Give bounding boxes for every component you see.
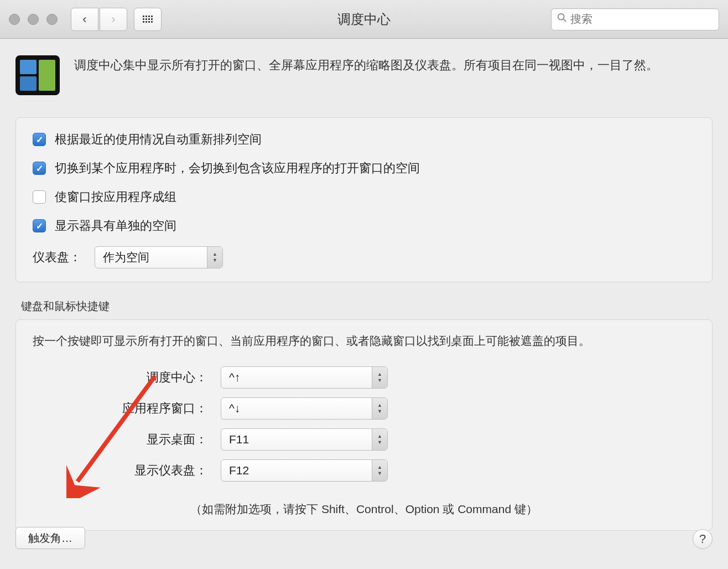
shortcuts-hint: （如需附加选项，请按下 Shift、Control、Option 或 Comma… [33, 501, 695, 517]
hot-corners-button[interactable]: 触发角… [15, 527, 85, 549]
shortcut-select[interactable]: ^↓ ▲▼ [221, 397, 388, 420]
toolbar: ‹ › 调度中心 [0, 0, 728, 39]
shortcut-label: 调度中心： [33, 369, 221, 386]
shortcut-select[interactable]: ^↑ ▲▼ [221, 366, 388, 389]
select-value: F11 [221, 433, 372, 446]
search-icon [557, 13, 567, 25]
mission-control-icon [15, 55, 60, 95]
search-input[interactable] [570, 13, 713, 25]
checkbox-label: 根据最近的使用情况自动重新排列空间 [55, 131, 262, 148]
forward-button[interactable]: › [100, 8, 127, 31]
window-title: 调度中心 [337, 11, 391, 28]
checkbox-icon [33, 190, 46, 204]
content-area: 调度中心集中显示所有打开的窗口、全屏幕应用程序的缩略图及仪表盘。所有项目在同一视… [0, 39, 728, 558]
select-value: ^↑ [221, 371, 372, 384]
checkbox-group-windows[interactable]: 使窗口按应用程序成组 [33, 189, 695, 205]
zoom-window-button[interactable] [46, 14, 58, 25]
checkbox-icon [33, 219, 46, 232]
minimize-window-button[interactable] [28, 14, 39, 25]
description-text: 调度中心集中显示所有打开的窗口、全屏幕应用程序的缩略图及仪表盘。所有项目在同一视… [74, 55, 658, 95]
back-button[interactable]: ‹ [71, 8, 98, 31]
shortcut-select[interactable]: F11 ▲▼ [221, 428, 388, 451]
checkbox-switch-space[interactable]: 切换到某个应用程序时，会切换到包含该应用程序的打开窗口的空间 [33, 160, 695, 177]
checkbox-label: 切换到某个应用程序时，会切换到包含该应用程序的打开窗口的空间 [55, 160, 420, 177]
stepper-icon: ▲▼ [372, 367, 387, 388]
select-value: 作为空间 [95, 250, 207, 265]
checkbox-icon [33, 162, 46, 175]
nav-buttons: ‹ › [71, 8, 127, 31]
svg-line-1 [564, 19, 566, 22]
stepper-icon: ▲▼ [372, 460, 387, 481]
checkbox-label: 使窗口按应用程序成组 [55, 189, 176, 205]
shortcut-show-dashboard: 显示仪表盘： F12 ▲▼ [33, 459, 695, 482]
select-value: ^↓ [221, 402, 372, 415]
shortcut-label: 显示仪表盘： [33, 462, 221, 479]
stepper-icon: ▲▼ [372, 429, 387, 450]
shortcut-label: 显示桌面： [33, 431, 221, 448]
stepper-icon: ▲▼ [372, 398, 387, 419]
shortcut-app-windows: 应用程序窗口： ^↓ ▲▼ [33, 397, 695, 420]
shortcuts-description: 按一个按键即可显示所有打开的窗口、当前应用程序的窗口、或者隐藏窗口以找到桌面上可… [33, 333, 695, 349]
stepper-icon: ▲▼ [207, 247, 222, 268]
svg-point-0 [558, 14, 564, 20]
chevron-left-icon: ‹ [82, 12, 86, 27]
close-window-button[interactable] [9, 14, 20, 25]
search-field[interactable] [551, 8, 719, 30]
chevron-right-icon: › [111, 12, 115, 27]
grid-icon [143, 15, 153, 23]
shortcut-select[interactable]: F12 ▲▼ [221, 459, 388, 482]
help-button[interactable]: ? [693, 529, 713, 549]
dashboard-select[interactable]: 作为空间 ▲▼ [95, 246, 223, 268]
header-row: 调度中心集中显示所有打开的窗口、全屏幕应用程序的缩略图及仪表盘。所有项目在同一视… [15, 55, 713, 95]
shortcut-label: 应用程序窗口： [33, 400, 221, 417]
checkbox-separate-spaces[interactable]: 显示器具有单独的空间 [33, 218, 695, 234]
options-panel: 根据最近的使用情况自动重新排列空间 切换到某个应用程序时，会切换到包含该应用程序… [15, 117, 713, 282]
checkbox-auto-rearrange[interactable]: 根据最近的使用情况自动重新排列空间 [33, 131, 695, 148]
window-controls [9, 14, 58, 25]
dashboard-row: 仪表盘： 作为空间 ▲▼ [33, 246, 695, 268]
select-value: F12 [221, 464, 372, 477]
shortcuts-section-title: 键盘和鼠标快捷键 [15, 299, 713, 314]
shortcut-show-desktop: 显示桌面： F11 ▲▼ [33, 428, 695, 451]
checkbox-icon [33, 133, 46, 146]
show-all-button[interactable] [134, 8, 162, 31]
shortcut-mission-control: 调度中心： ^↑ ▲▼ [33, 366, 695, 389]
checkbox-label: 显示器具有单独的空间 [55, 218, 176, 234]
dashboard-label: 仪表盘： [33, 249, 81, 266]
shortcuts-panel: 按一个按键即可显示所有打开的窗口、当前应用程序的窗口、或者隐藏窗口以找到桌面上可… [15, 319, 713, 531]
